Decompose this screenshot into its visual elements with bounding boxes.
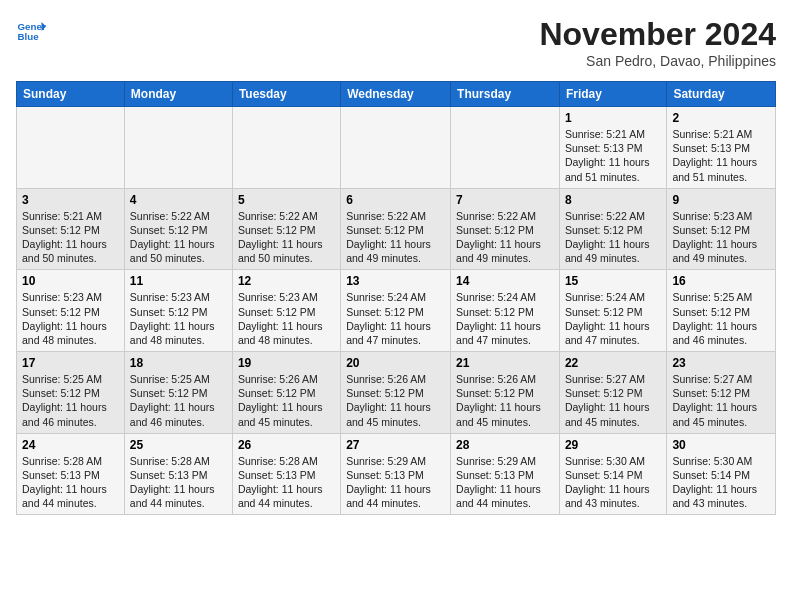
day-info: Sunrise: 5:22 AM Sunset: 5:12 PM Dayligh… [456,209,554,266]
calendar-cell: 11Sunrise: 5:23 AM Sunset: 5:12 PM Dayli… [124,270,232,352]
day-number: 24 [22,438,119,452]
dow-friday: Friday [559,82,666,107]
day-number: 28 [456,438,554,452]
day-number: 26 [238,438,335,452]
calendar-cell: 1Sunrise: 5:21 AM Sunset: 5:13 PM Daylig… [559,107,666,189]
calendar-cell: 6Sunrise: 5:22 AM Sunset: 5:12 PM Daylig… [341,188,451,270]
calendar-cell: 20Sunrise: 5:26 AM Sunset: 5:12 PM Dayli… [341,352,451,434]
day-info: Sunrise: 5:30 AM Sunset: 5:14 PM Dayligh… [565,454,661,511]
calendar-table: SundayMondayTuesdayWednesdayThursdayFrid… [16,81,776,515]
day-number: 13 [346,274,445,288]
day-info: Sunrise: 5:21 AM Sunset: 5:13 PM Dayligh… [565,127,661,184]
day-info: Sunrise: 5:30 AM Sunset: 5:14 PM Dayligh… [672,454,770,511]
calendar-cell: 8Sunrise: 5:22 AM Sunset: 5:12 PM Daylig… [559,188,666,270]
day-number: 4 [130,193,227,207]
day-number: 15 [565,274,661,288]
day-number: 16 [672,274,770,288]
day-info: Sunrise: 5:29 AM Sunset: 5:13 PM Dayligh… [346,454,445,511]
day-number: 27 [346,438,445,452]
dow-wednesday: Wednesday [341,82,451,107]
day-number: 29 [565,438,661,452]
calendar-cell: 15Sunrise: 5:24 AM Sunset: 5:12 PM Dayli… [559,270,666,352]
calendar-week-4: 17Sunrise: 5:25 AM Sunset: 5:12 PM Dayli… [17,352,776,434]
day-number: 14 [456,274,554,288]
calendar-cell: 3Sunrise: 5:21 AM Sunset: 5:12 PM Daylig… [17,188,125,270]
dow-thursday: Thursday [451,82,560,107]
day-info: Sunrise: 5:25 AM Sunset: 5:12 PM Dayligh… [672,290,770,347]
page-header: General Blue November 2024 San Pedro, Da… [16,16,776,69]
day-info: Sunrise: 5:26 AM Sunset: 5:12 PM Dayligh… [456,372,554,429]
day-number: 7 [456,193,554,207]
day-number: 10 [22,274,119,288]
calendar-cell: 16Sunrise: 5:25 AM Sunset: 5:12 PM Dayli… [667,270,776,352]
day-info: Sunrise: 5:21 AM Sunset: 5:12 PM Dayligh… [22,209,119,266]
title-block: November 2024 San Pedro, Davao, Philippi… [539,16,776,69]
logo-icon: General Blue [16,16,46,46]
dow-tuesday: Tuesday [232,82,340,107]
day-number: 12 [238,274,335,288]
calendar-cell: 5Sunrise: 5:22 AM Sunset: 5:12 PM Daylig… [232,188,340,270]
day-info: Sunrise: 5:25 AM Sunset: 5:12 PM Dayligh… [22,372,119,429]
day-info: Sunrise: 5:23 AM Sunset: 5:12 PM Dayligh… [22,290,119,347]
day-info: Sunrise: 5:23 AM Sunset: 5:12 PM Dayligh… [130,290,227,347]
day-info: Sunrise: 5:22 AM Sunset: 5:12 PM Dayligh… [130,209,227,266]
dow-monday: Monday [124,82,232,107]
day-info: Sunrise: 5:22 AM Sunset: 5:12 PM Dayligh… [238,209,335,266]
calendar-cell: 9Sunrise: 5:23 AM Sunset: 5:12 PM Daylig… [667,188,776,270]
calendar-cell: 22Sunrise: 5:27 AM Sunset: 5:12 PM Dayli… [559,352,666,434]
calendar-cell: 17Sunrise: 5:25 AM Sunset: 5:12 PM Dayli… [17,352,125,434]
day-info: Sunrise: 5:26 AM Sunset: 5:12 PM Dayligh… [238,372,335,429]
calendar-week-3: 10Sunrise: 5:23 AM Sunset: 5:12 PM Dayli… [17,270,776,352]
day-info: Sunrise: 5:21 AM Sunset: 5:13 PM Dayligh… [672,127,770,184]
calendar-cell: 23Sunrise: 5:27 AM Sunset: 5:12 PM Dayli… [667,352,776,434]
calendar-cell [232,107,340,189]
calendar-cell: 19Sunrise: 5:26 AM Sunset: 5:12 PM Dayli… [232,352,340,434]
day-info: Sunrise: 5:27 AM Sunset: 5:12 PM Dayligh… [672,372,770,429]
calendar-cell: 4Sunrise: 5:22 AM Sunset: 5:12 PM Daylig… [124,188,232,270]
day-number: 9 [672,193,770,207]
calendar-cell [124,107,232,189]
day-number: 6 [346,193,445,207]
calendar-week-1: 1Sunrise: 5:21 AM Sunset: 5:13 PM Daylig… [17,107,776,189]
day-number: 1 [565,111,661,125]
day-number: 20 [346,356,445,370]
day-number: 11 [130,274,227,288]
day-number: 23 [672,356,770,370]
calendar-cell: 24Sunrise: 5:28 AM Sunset: 5:13 PM Dayli… [17,433,125,515]
calendar-cell: 12Sunrise: 5:23 AM Sunset: 5:12 PM Dayli… [232,270,340,352]
day-info: Sunrise: 5:24 AM Sunset: 5:12 PM Dayligh… [346,290,445,347]
day-info: Sunrise: 5:22 AM Sunset: 5:12 PM Dayligh… [346,209,445,266]
day-number: 30 [672,438,770,452]
day-number: 19 [238,356,335,370]
day-number: 21 [456,356,554,370]
location: San Pedro, Davao, Philippines [539,53,776,69]
calendar-week-5: 24Sunrise: 5:28 AM Sunset: 5:13 PM Dayli… [17,433,776,515]
calendar-cell: 7Sunrise: 5:22 AM Sunset: 5:12 PM Daylig… [451,188,560,270]
day-info: Sunrise: 5:28 AM Sunset: 5:13 PM Dayligh… [238,454,335,511]
day-info: Sunrise: 5:24 AM Sunset: 5:12 PM Dayligh… [565,290,661,347]
calendar-cell: 13Sunrise: 5:24 AM Sunset: 5:12 PM Dayli… [341,270,451,352]
day-info: Sunrise: 5:28 AM Sunset: 5:13 PM Dayligh… [22,454,119,511]
calendar-cell [341,107,451,189]
day-info: Sunrise: 5:22 AM Sunset: 5:12 PM Dayligh… [565,209,661,266]
day-number: 25 [130,438,227,452]
day-info: Sunrise: 5:23 AM Sunset: 5:12 PM Dayligh… [672,209,770,266]
logo: General Blue [16,16,46,46]
day-info: Sunrise: 5:27 AM Sunset: 5:12 PM Dayligh… [565,372,661,429]
day-number: 5 [238,193,335,207]
dow-saturday: Saturday [667,82,776,107]
day-number: 18 [130,356,227,370]
calendar-cell [17,107,125,189]
calendar-cell: 25Sunrise: 5:28 AM Sunset: 5:13 PM Dayli… [124,433,232,515]
calendar-cell: 27Sunrise: 5:29 AM Sunset: 5:13 PM Dayli… [341,433,451,515]
calendar-cell: 29Sunrise: 5:30 AM Sunset: 5:14 PM Dayli… [559,433,666,515]
calendar-cell: 18Sunrise: 5:25 AM Sunset: 5:12 PM Dayli… [124,352,232,434]
day-number: 3 [22,193,119,207]
day-info: Sunrise: 5:25 AM Sunset: 5:12 PM Dayligh… [130,372,227,429]
svg-text:Blue: Blue [18,31,40,42]
calendar-cell [451,107,560,189]
day-info: Sunrise: 5:23 AM Sunset: 5:12 PM Dayligh… [238,290,335,347]
month-year: November 2024 [539,16,776,53]
day-info: Sunrise: 5:24 AM Sunset: 5:12 PM Dayligh… [456,290,554,347]
calendar-cell: 10Sunrise: 5:23 AM Sunset: 5:12 PM Dayli… [17,270,125,352]
